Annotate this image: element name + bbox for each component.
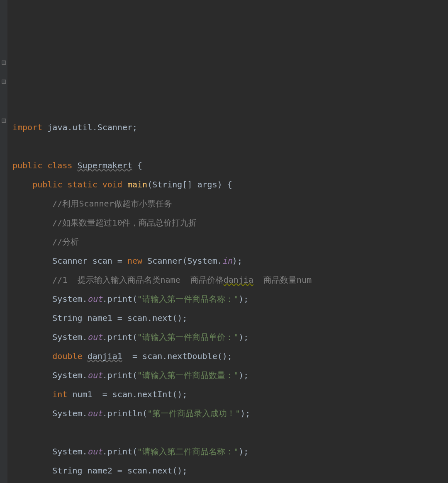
code-token: ); bbox=[239, 370, 248, 380]
code-token: //利用Scanner做超市小票任务 bbox=[52, 199, 172, 209]
code-token: String name2 = scan.next(); bbox=[52, 466, 187, 476]
code-token: { bbox=[132, 160, 142, 170]
code-token: int bbox=[52, 389, 72, 399]
code-token: main bbox=[127, 180, 147, 189]
code-token: out bbox=[88, 294, 102, 304]
code-token: ); bbox=[240, 408, 250, 418]
code-token: "请输入第一件商品单价：" bbox=[137, 332, 239, 342]
code-token: double bbox=[52, 351, 87, 361]
fold-marker[interactable] bbox=[2, 61, 6, 65]
code-token: //如果数量超过10件，商品总价打九折 bbox=[52, 218, 197, 228]
code-token: "请输入第一件商品名称：" bbox=[137, 294, 239, 304]
editor-gutter bbox=[0, 0, 7, 483]
code-token: new bbox=[127, 256, 147, 266]
code-token: ); bbox=[239, 332, 248, 342]
code-token: danjia1 bbox=[88, 351, 122, 361]
code-token: Supermakert bbox=[78, 160, 132, 170]
code-token: .print( bbox=[102, 447, 137, 456]
code-token: danjia bbox=[224, 275, 253, 285]
code-token: ); bbox=[232, 256, 242, 266]
code-token: out bbox=[88, 332, 102, 342]
code-token: String name1 = scan.next(); bbox=[52, 313, 187, 323]
code-token: .print( bbox=[102, 332, 137, 342]
code-token: public class bbox=[12, 160, 78, 170]
code-token: import bbox=[12, 122, 47, 132]
code-token: Scanner(System. bbox=[147, 256, 222, 266]
code-token: System. bbox=[52, 408, 87, 418]
code-token: System. bbox=[52, 294, 87, 304]
code-token: ; bbox=[132, 122, 137, 132]
code-token: Scanner scan = bbox=[52, 256, 127, 266]
code-token: "第一件商品录入成功！" bbox=[147, 408, 240, 418]
code-token: 商品数量num bbox=[253, 275, 312, 285]
code-token: public static void bbox=[32, 180, 127, 189]
code-token: .println( bbox=[102, 408, 147, 418]
code-token: //1 提示输入输入商品名类name 商品价格 bbox=[52, 275, 223, 285]
code-token: System. bbox=[52, 332, 87, 342]
code-token: out bbox=[88, 408, 102, 418]
code-token: "请输入第一件商品数量：" bbox=[137, 370, 239, 380]
fold-marker[interactable] bbox=[2, 80, 6, 84]
code-token: out bbox=[88, 447, 102, 456]
code-editor[interactable]: import java.util.Scanner; public class S… bbox=[3, 118, 448, 483]
code-token: = scan.nextDouble(); bbox=[122, 351, 232, 361]
code-token: .print( bbox=[102, 370, 137, 380]
code-token: out bbox=[88, 370, 102, 380]
code-token: //分析 bbox=[52, 237, 79, 247]
code-token: System. bbox=[52, 370, 87, 380]
code-token: num1 = scan.nextInt(); bbox=[73, 389, 187, 399]
code-token: ); bbox=[239, 447, 248, 456]
code-token: "请输入第二件商品名称：" bbox=[137, 447, 239, 456]
code-token: in bbox=[222, 256, 232, 266]
fold-marker[interactable] bbox=[2, 119, 6, 123]
code-token: (String[] args) { bbox=[147, 180, 232, 189]
code-token: System. bbox=[52, 447, 87, 456]
code-token: java.util.Scanner bbox=[47, 122, 132, 132]
code-token: .print( bbox=[102, 294, 137, 304]
code-token: ); bbox=[239, 294, 248, 304]
